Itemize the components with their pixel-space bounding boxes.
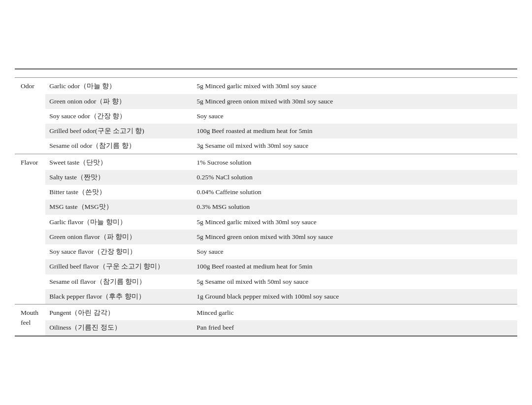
reference-cell: 3g Sesame oil mixed with 30ml soy sauce	[191, 138, 517, 154]
table-row: Sesame oil odor（참기름 향）3g Sesame oil mixe…	[15, 138, 517, 154]
attribute-cell: Sesame oil odor（참기름 향）	[45, 138, 191, 154]
table-row: Soy sauce flavor（간장 향미）Soy sauce	[15, 244, 517, 259]
attribute-cell: Salty taste（짠맛）	[45, 170, 191, 185]
table-row: Salty taste（짠맛）0.25% NaCl solution	[15, 170, 517, 185]
reference-cell: 0.04% Caffeine solution	[191, 185, 517, 200]
reference-cell: 5g Minced garlic mixed with 30ml soy sau…	[191, 78, 517, 94]
reference-cell: 5g Minced green onion mixed with 30ml so…	[191, 230, 517, 244]
attribute-cell: Sweet taste（단맛）	[45, 154, 191, 170]
table-row: Sesame oil flavor（참기름 향미）5g Sesame oil m…	[15, 274, 517, 289]
attribute-cell: Garlic odor（마늘 향）	[45, 78, 191, 94]
reference-cell: 1g Ground black pepper mixed with 100ml …	[191, 289, 517, 304]
table-row: Bitter taste（쓴맛）0.04% Caffeine solution	[15, 185, 517, 200]
table-row: MSG taste（MSG맛）0.3% MSG solution	[15, 200, 517, 214]
table-row: FlavorSweet taste（단맛）1% Sucrose solution	[15, 154, 517, 170]
table-row: Black pepper flavor（후추 향미）1g Ground blac…	[15, 289, 517, 304]
attribute-cell: Green onion odor（파 향）	[45, 94, 191, 109]
attribute-cell: Soy sauce flavor（간장 향미）	[45, 244, 191, 259]
category-cell: Odor	[15, 78, 45, 154]
reference-cell: Soy sauce	[191, 109, 517, 124]
sensory-table-wrapper: OdorGarlic odor（마늘 향）5g Minced garlic mi…	[15, 68, 517, 336]
table-row: Soy sauce odor（간장 향）Soy sauce	[15, 109, 517, 124]
table-row: OdorGarlic odor（마늘 향）5g Minced garlic mi…	[15, 78, 517, 94]
attribute-cell: Pungent（아린 감각）	[45, 304, 191, 321]
table-row: Grilled beef odor(구운 소고기 향)100g Beef roa…	[15, 124, 517, 138]
reference-cell: 5g Minced garlic mixed with 30ml soy sau…	[191, 215, 517, 230]
attribute-cell: Soy sauce odor（간장 향）	[45, 109, 191, 124]
table-row: Green onion odor（파 향）5g Minced green oni…	[15, 94, 517, 109]
table-row: Green onion flavor（파 향미）5g Minced green …	[15, 230, 517, 244]
reference-cell: 1% Sucrose solution	[191, 154, 517, 170]
reference-cell: 100g Beef roasted at medium heat for 5mi…	[191, 124, 517, 138]
reference-cell: Pan fried beef	[191, 320, 517, 335]
attribute-cell: Oiliness（기름진 정도）	[45, 320, 191, 335]
reference-cell: 5g Sesame oil mixed with 50ml soy sauce	[191, 274, 517, 289]
reference-cell: 0.25% NaCl solution	[191, 170, 517, 185]
table-header-row	[15, 69, 517, 78]
reference-cell: Minced garlic	[191, 304, 517, 321]
reference-cell: Soy sauce	[191, 244, 517, 259]
attribute-cell: Green onion flavor（파 향미）	[45, 230, 191, 244]
reference-cell: 0.3% MSG solution	[191, 200, 517, 214]
header-reference-samples	[191, 69, 517, 78]
attribute-cell: Black pepper flavor（후추 향미）	[45, 289, 191, 304]
category-cell: Flavor	[15, 154, 45, 304]
attribute-cell: Garlic flavor（마늘 향미）	[45, 215, 191, 230]
table-row: MouthfeelPungent（아린 감각）Minced garlic	[15, 304, 517, 321]
header-sensory-attributes	[15, 69, 191, 78]
attribute-cell: Bitter taste（쓴맛）	[45, 185, 191, 200]
reference-cell: 100g Beef roasted at medium heat for 5mi…	[191, 259, 517, 274]
sensory-attributes-table: OdorGarlic odor（마늘 향）5g Minced garlic mi…	[15, 69, 517, 335]
attribute-cell: MSG taste（MSG맛）	[45, 200, 191, 214]
table-row: Garlic flavor（마늘 향미）5g Minced garlic mix…	[15, 215, 517, 230]
table-row: Oiliness（기름진 정도）Pan fried beef	[15, 320, 517, 335]
reference-cell: 5g Minced green onion mixed with 30ml so…	[191, 94, 517, 109]
category-cell: Mouthfeel	[15, 304, 45, 336]
table-row: Grilled beef flavor（구운 소고기 향미）100g Beef …	[15, 259, 517, 274]
attribute-cell: Sesame oil flavor（참기름 향미）	[45, 274, 191, 289]
attribute-cell: Grilled beef odor(구운 소고기 향)	[45, 124, 191, 138]
attribute-cell: Grilled beef flavor（구운 소고기 향미）	[45, 259, 191, 274]
